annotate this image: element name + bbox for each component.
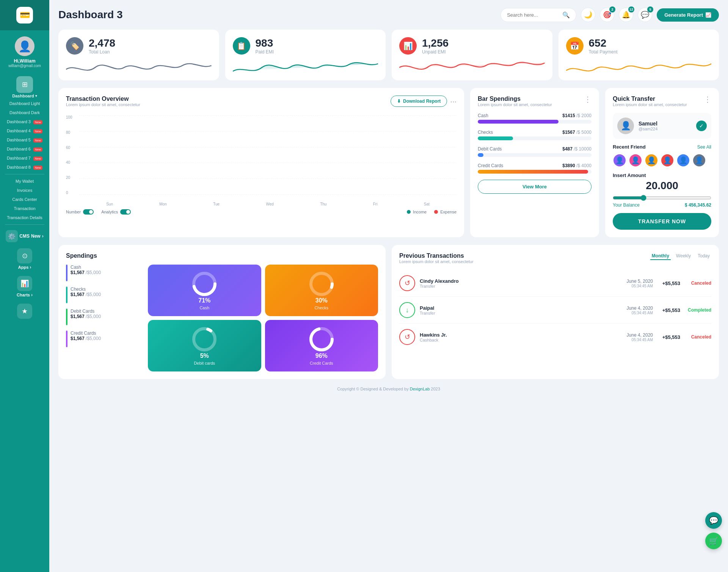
- x-label-thu: Thu: [320, 202, 326, 206]
- bottom-row: Spendings Cash $1,567 /$5,000: [58, 245, 719, 379]
- sidebar-item-transaction[interactable]: Transaction: [0, 204, 49, 213]
- see-all-link[interactable]: See All: [697, 144, 711, 150]
- header-right: 🔍 🌙 🎯 2 🔔 12 💬 5 Generate Report 📈: [500, 8, 719, 22]
- sidebar-item-dashboard8[interactable]: Dashboard 8 New: [0, 163, 49, 172]
- sidebar-item-dashboard6[interactable]: Dashboard 6 New: [0, 144, 49, 154]
- sidebar-fav-row[interactable]: ★: [0, 301, 49, 323]
- sidebar-item-wallet[interactable]: My Wallet: [0, 177, 49, 186]
- generate-report-button[interactable]: Generate Report 📈: [657, 8, 719, 22]
- sidebar-item-dashboard7[interactable]: Dashboard 7 New: [0, 154, 49, 163]
- sidebar-item-cards[interactable]: Cards Center: [0, 195, 49, 204]
- qt-user-name: Samuel: [639, 121, 657, 127]
- unpaid-emi-label: Unpaid EMI: [422, 49, 449, 55]
- spend-item-debit: Debit Cards $487 /$ 10000: [478, 146, 592, 157]
- donut-credit-pct: 96%: [315, 353, 328, 359]
- notifications-badge: 12: [628, 6, 634, 13]
- view-more-button[interactable]: View More: [478, 180, 592, 194]
- donut-checks: 30% Checks: [265, 265, 378, 316]
- chat-btn[interactable]: 💬 5: [638, 8, 652, 22]
- friend-3[interactable]: 👤: [645, 154, 658, 167]
- analytics-toggle[interactable]: [120, 209, 131, 215]
- donut-debit: 5% Debit cards: [148, 320, 261, 371]
- sidebar-cms-row[interactable]: ⚙️ CMS New ›: [0, 227, 49, 245]
- tx-name-cindy: Cindy Alexandro: [420, 278, 622, 284]
- legend-number: Number: [66, 209, 94, 215]
- sidebar-charts-row[interactable]: 📊 Charts ›: [0, 273, 49, 301]
- tx-type-paipal: Transfer: [420, 311, 622, 315]
- sidebar-apps-row[interactable]: ⊙ Apps ›: [0, 245, 49, 273]
- amount-slider[interactable]: [613, 195, 711, 201]
- friend-1[interactable]: 👤: [613, 154, 626, 167]
- donut-svg-cash: [191, 271, 218, 297]
- search-input[interactable]: [507, 12, 559, 18]
- donut-checks-pct: 30%: [315, 297, 328, 304]
- sidebar-dashboard-label[interactable]: Dashboard ▾: [12, 94, 37, 98]
- prev-tx-title: Previous Transactions: [399, 252, 474, 259]
- unpaid-emi-number: 1,256: [422, 37, 449, 49]
- transaction-overview-title: Transaction Overview: [66, 96, 140, 102]
- donut-cash-pct: 71%: [198, 297, 210, 304]
- tx-date-hawkins: June 4, 2020 05:34:45 AM: [627, 332, 653, 342]
- donut-credit: 96% Credit Cards: [265, 320, 378, 371]
- charts-label: Charts ›: [17, 292, 33, 298]
- chat-float-button[interactable]: 💬: [705, 512, 722, 529]
- legend-expense: Expense: [434, 210, 457, 214]
- floating-buttons: 💬 🛒: [705, 512, 722, 549]
- footer-brand-link[interactable]: DexignLab: [410, 387, 430, 391]
- sidebar-item-dashboard-light[interactable]: Dashboard Light: [0, 99, 49, 108]
- unpaid-emi-icon: 📊: [399, 37, 417, 55]
- avatar: 👤: [15, 36, 35, 56]
- tab-weekly[interactable]: Weekly: [675, 252, 692, 260]
- bar-spendings-more-icon[interactable]: ⋮: [584, 96, 592, 103]
- sidebar-dashboard-icon[interactable]: ⊞: [16, 76, 33, 93]
- checks-value: $1,567 /$5,000: [71, 292, 101, 297]
- messages-btn[interactable]: 🎯 2: [600, 8, 614, 22]
- balance-row: Your Balance $ 456,345.62: [613, 202, 711, 208]
- charts-arrow-icon: ›: [31, 292, 33, 298]
- checks-label: Checks: [71, 287, 101, 292]
- qt-check-icon[interactable]: ✓: [696, 121, 707, 131]
- sidebar-item-invoices[interactable]: Invoices: [0, 186, 49, 195]
- quick-transfer-more-icon[interactable]: ⋮: [704, 96, 711, 103]
- cart-float-button[interactable]: 🛒: [705, 533, 722, 549]
- search-box[interactable]: 🔍: [500, 8, 576, 22]
- sidebar-logo: 💳: [0, 0, 49, 30]
- checks-track: [478, 136, 592, 140]
- sidebar-item-transaction-details[interactable]: Transaction Details: [0, 213, 49, 222]
- friend-6[interactable]: 👤: [692, 154, 706, 167]
- paid-emi-label: Paid EMI: [256, 49, 274, 55]
- number-toggle[interactable]: [83, 209, 94, 215]
- tab-monthly[interactable]: Monthly: [650, 252, 671, 260]
- tab-today[interactable]: Today: [696, 252, 711, 260]
- stat-card-paid-emi: 📋 983 Paid EMI: [225, 30, 386, 80]
- friend-5[interactable]: 👤: [676, 154, 690, 167]
- spendings-card: Spendings Cash $1,567 /$5,000: [58, 245, 386, 379]
- stat-cards-row: 🏷️ 2,478 Total Loan 📋 983 Paid EMI: [58, 30, 719, 80]
- sidebar-item-dashboard3[interactable]: Dashboard 3 New: [0, 117, 49, 126]
- bars-area: [79, 115, 457, 195]
- notifications-btn[interactable]: 🔔 12: [619, 8, 633, 22]
- sidebar-item-dashboard4[interactable]: Dashboard 4 New: [0, 126, 49, 135]
- tx-status-paipal: Completed: [685, 307, 711, 313]
- quick-transfer-card: Quick Transfer Lorem ipsum dolor sit ame…: [605, 88, 719, 237]
- theme-toggle-btn[interactable]: 🌙: [581, 8, 595, 22]
- x-label-tue: Tue: [213, 202, 220, 206]
- spendings-title: Spendings: [66, 252, 378, 259]
- credit-label: Credit Cards: [71, 331, 101, 336]
- spend-item-cash: Cash $1415 /$ 2000: [478, 113, 592, 124]
- transfer-now-button[interactable]: TRANSFER NOW: [613, 213, 711, 230]
- charts-icon: 📊: [17, 276, 32, 291]
- middle-row: Transaction Overview Lorem ipsum dolor s…: [58, 88, 719, 237]
- spend-item-credit: Credit Cards $3890 /$ 4000: [478, 163, 592, 174]
- logo-icon[interactable]: 💳: [16, 7, 33, 24]
- sidebar-item-dashboard5[interactable]: Dashboard 5 New: [0, 135, 49, 144]
- transaction-overview-subtitle: Lorem ipsum dolor sit amet, consectetur: [66, 102, 140, 107]
- more-options-icon[interactable]: ···: [450, 97, 457, 105]
- checks-bar-indicator: [66, 287, 67, 303]
- download-report-button[interactable]: ⬇ Download Report: [391, 96, 447, 107]
- spending-item-debit: Debit Cards $1,567 /$5,000: [66, 309, 142, 325]
- friend-4[interactable]: 👤: [661, 154, 674, 167]
- main-content: Dashboard 3 🔍 🌙 🎯 2 🔔 12 💬 5 Generate Re…: [49, 0, 728, 572]
- sidebar-item-dashboard-dark[interactable]: Dashboard Dark: [0, 108, 49, 117]
- friend-2[interactable]: 👤: [629, 154, 642, 167]
